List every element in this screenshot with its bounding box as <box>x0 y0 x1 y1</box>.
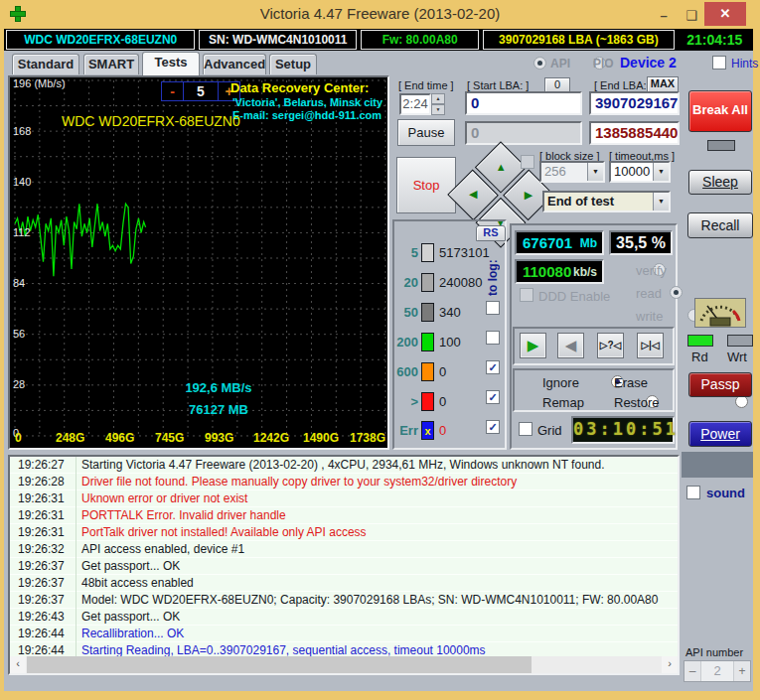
verify-label: verify <box>636 263 667 278</box>
max-lba-button[interactable]: MAX <box>647 76 679 92</box>
block-stat-row: 50 340 <box>396 303 461 322</box>
maximize-button[interactable]: ❑ <box>682 8 701 23</box>
api-minus-button[interactable]: – <box>684 661 700 681</box>
start-test-button[interactable]: ▶ <box>520 333 546 358</box>
log-timestamp: 19:26:43 <box>10 609 68 625</box>
power-button[interactable]: Power <box>688 421 752 447</box>
log-horizontal-scrollbar[interactable]: ‹ › <box>10 656 678 673</box>
sleep-button[interactable]: Sleep <box>688 170 752 195</box>
api-radio[interactable] <box>533 57 546 70</box>
log-entry: 19:26:27Starting Victoria 4.47 Freeware … <box>10 457 678 474</box>
drc-location: 'Victoria', Belarus, Minsk city <box>232 96 382 108</box>
log-message: PortTalk driver not installed! Available… <box>68 524 367 540</box>
log-timestamp: 19:26:31 <box>10 490 68 506</box>
to-log-checkbox-50[interactable] <box>486 301 500 315</box>
block-stat-row: 600 0 <box>396 362 446 381</box>
x-tick: 1490G <box>303 431 339 445</box>
to-log-checkbox-600[interactable]: ✓ <box>486 360 500 374</box>
pad-option-checkbox[interactable] <box>521 155 534 169</box>
to-log-checkbox-200[interactable] <box>486 331 500 345</box>
sound-checkbox[interactable] <box>686 486 700 499</box>
write-indicator <box>727 335 753 347</box>
end-action-dropdown[interactable]: End of test ▼ <box>542 191 671 212</box>
speed-bin-color <box>421 333 434 351</box>
hints-label: Hints <box>731 57 758 70</box>
speed-bin-color <box>421 303 434 322</box>
tab-advanced[interactable]: Advanced <box>203 54 266 74</box>
rs-button[interactable]: RS <box>476 225 506 241</box>
current-lba-display: 1385885440 <box>589 121 680 145</box>
dropdown-arrow-icon[interactable]: ▼ <box>653 163 669 181</box>
error-x-icon: x <box>421 421 434 440</box>
minimize-button[interactable]: – <box>654 8 674 23</box>
recall-button[interactable]: Recall <box>687 212 753 238</box>
y-tick: 28 <box>13 378 25 390</box>
drc-title: Data Recovery Center: <box>230 80 369 95</box>
spin-up-icon[interactable]: ▲ <box>431 93 445 104</box>
left-arrow-icon: ◀ <box>469 189 477 202</box>
log-message: Get passport... OK <box>68 558 180 574</box>
log-message: Starting Victoria 4.47 Freeware (2013-02… <box>68 457 604 473</box>
scrollbar-thumb[interactable] <box>27 656 532 673</box>
tab-setup[interactable]: Setup <box>269 54 317 74</box>
ddd-enable-checkbox[interactable] <box>520 288 533 302</box>
start-lba-input[interactable]: 0 <box>465 91 582 115</box>
to-log-checkbox-err[interactable]: ✓ <box>486 420 500 434</box>
current-mb-label: 76127 MB <box>159 402 278 417</box>
secondary-lba-input: 0 <box>465 121 582 145</box>
block-size-value: 256 <box>541 163 587 181</box>
tab-smart[interactable]: SMART <box>83 54 139 74</box>
log-message: Uknown error or driver not exist <box>68 490 247 506</box>
log-timestamp: 19:26:31 <box>10 524 68 540</box>
tab-standard[interactable]: Standard <box>12 54 79 74</box>
block-size-dropdown[interactable]: 256 ▼ <box>539 161 605 183</box>
hints-checkbox[interactable] <box>712 56 726 70</box>
to-log-checkbox-gt[interactable]: ✓ <box>486 390 500 404</box>
y-tick: 84 <box>13 277 25 289</box>
spin-down-icon[interactable]: ▼ <box>431 104 445 115</box>
ignore-label: Ignore <box>542 375 579 390</box>
zoom-out-button[interactable]: - <box>162 82 184 100</box>
y-tick: 168 <box>13 125 31 137</box>
end-lba-input[interactable]: 3907029167 <box>589 91 680 115</box>
timeout-dropdown[interactable]: 10000 ▼ <box>609 161 671 183</box>
scroll-right-icon[interactable]: › <box>662 656 678 673</box>
pause-button[interactable]: Pause <box>397 119 455 146</box>
rewind-button[interactable]: ◀ <box>557 333 584 358</box>
read-label: read <box>636 286 662 301</box>
end-time-spinner[interactable]: 2:24 ▲▼ <box>399 93 445 115</box>
x-tick: 745G <box>155 431 184 445</box>
tab-tests[interactable]: Tests <box>142 52 200 75</box>
data-counter-unit: Mb <box>580 236 602 250</box>
log-entry: 19:26:37Model: WDC WD20EFRX-68EUZN0; Cap… <box>10 592 678 609</box>
api-plus-button[interactable]: + <box>734 661 750 681</box>
start-lba-reset-button[interactable]: 0 <box>544 77 570 92</box>
drive-firmware: Fw: 80.00A80 <box>361 30 479 50</box>
api-number-label: API number <box>685 646 743 658</box>
log-message: Get passport... OK <box>68 609 180 625</box>
scroll-left-icon[interactable]: ‹ <box>10 656 26 673</box>
x-tick: 1242G <box>253 431 289 445</box>
drive-capacity: 3907029168 LBA (~1863 GB) <box>483 30 674 50</box>
grid-checkbox[interactable] <box>519 422 532 436</box>
dropdown-arrow-icon[interactable]: ▼ <box>587 163 603 181</box>
log-timestamp: 19:26:37 <box>10 592 68 608</box>
log-timestamp: 19:26:32 <box>10 541 68 557</box>
stop-button[interactable]: Stop <box>396 157 456 213</box>
window-title: Victoria 4.47 Freeware (2013-02-20) <box>0 5 760 22</box>
x-tick: 0 <box>15 431 22 445</box>
break-all-button[interactable]: Break All <box>688 90 752 132</box>
end-time-value: 2:24 <box>399 93 431 115</box>
api-number-spinner: – 2 + <box>684 660 751 682</box>
speed-bin-color <box>421 392 434 411</box>
speed-bin-color <box>421 362 434 381</box>
close-button[interactable]: ✕ <box>704 2 746 26</box>
seek-end-button[interactable]: ▷|◁ <box>637 333 664 358</box>
panel-header-block <box>682 452 753 478</box>
dropdown-arrow-icon[interactable]: ▼ <box>653 193 669 210</box>
log-entry: 19:26:44Recallibration... OK <box>10 626 678 642</box>
seek-question-button[interactable]: ▷?◁ <box>597 333 624 358</box>
passport-button[interactable]: Passp <box>688 372 752 397</box>
right-arrow-icon: ▶ <box>525 189 532 202</box>
drc-email: E-mail: sergei@hdd-911.com <box>232 109 381 121</box>
